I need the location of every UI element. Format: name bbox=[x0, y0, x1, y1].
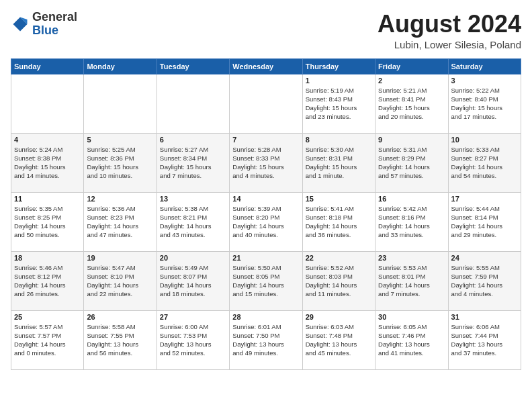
calendar-cell: 10Sunrise: 5:33 AM Sunset: 8:27 PM Dayli… bbox=[448, 133, 521, 192]
day-number: 17 bbox=[451, 195, 518, 203]
day-info: Sunrise: 5:22 AM Sunset: 8:40 PM Dayligh… bbox=[451, 86, 518, 122]
month-title: August 2024 bbox=[378, 11, 521, 38]
calendar-cell bbox=[11, 74, 84, 133]
calendar-cell: 26Sunrise: 5:58 AM Sunset: 7:55 PM Dayli… bbox=[84, 310, 157, 369]
day-info: Sunrise: 5:19 AM Sunset: 8:43 PM Dayligh… bbox=[306, 86, 372, 122]
logo-blue-text: Blue bbox=[32, 24, 58, 37]
day-number: 18 bbox=[14, 254, 81, 262]
day-number: 14 bbox=[232, 195, 299, 203]
calendar-cell: 15Sunrise: 5:41 AM Sunset: 8:18 PM Dayli… bbox=[302, 192, 375, 251]
weekday-header-wednesday: Wednesday bbox=[230, 58, 302, 74]
day-info: Sunrise: 5:33 AM Sunset: 8:27 PM Dayligh… bbox=[451, 145, 518, 181]
calendar-cell: 22Sunrise: 5:52 AM Sunset: 8:03 PM Dayli… bbox=[302, 251, 375, 310]
day-info: Sunrise: 5:44 AM Sunset: 8:14 PM Dayligh… bbox=[451, 204, 518, 240]
day-number: 16 bbox=[378, 195, 445, 203]
calendar-cell: 12Sunrise: 5:36 AM Sunset: 8:23 PM Dayli… bbox=[84, 192, 157, 251]
day-info: Sunrise: 5:38 AM Sunset: 8:21 PM Dayligh… bbox=[160, 204, 226, 240]
calendar-cell bbox=[84, 74, 157, 133]
day-number: 6 bbox=[160, 136, 226, 144]
logo-general-text: General bbox=[32, 10, 77, 24]
day-number: 22 bbox=[306, 254, 372, 262]
day-info: Sunrise: 5:57 AM Sunset: 7:57 PM Dayligh… bbox=[14, 322, 81, 358]
day-info: Sunrise: 5:47 AM Sunset: 8:10 PM Dayligh… bbox=[87, 263, 153, 299]
calendar-cell: 7Sunrise: 5:28 AM Sunset: 8:33 PM Daylig… bbox=[230, 133, 302, 192]
day-number: 2 bbox=[378, 77, 445, 85]
week-row-2: 4Sunrise: 5:24 AM Sunset: 8:38 PM Daylig… bbox=[11, 133, 521, 192]
day-info: Sunrise: 5:31 AM Sunset: 8:29 PM Dayligh… bbox=[378, 145, 445, 181]
calendar-cell: 3Sunrise: 5:22 AM Sunset: 8:40 PM Daylig… bbox=[448, 74, 521, 133]
day-info: Sunrise: 5:42 AM Sunset: 8:16 PM Dayligh… bbox=[378, 204, 445, 240]
day-info: Sunrise: 5:49 AM Sunset: 8:07 PM Dayligh… bbox=[160, 263, 226, 299]
day-number: 7 bbox=[232, 136, 299, 144]
day-number: 30 bbox=[378, 313, 445, 321]
calendar-cell: 29Sunrise: 6:03 AM Sunset: 7:48 PM Dayli… bbox=[302, 310, 375, 369]
location: Lubin, Lower Silesia, Poland bbox=[378, 39, 521, 50]
day-info: Sunrise: 5:53 AM Sunset: 8:01 PM Dayligh… bbox=[378, 263, 445, 299]
calendar-cell: 14Sunrise: 5:39 AM Sunset: 8:20 PM Dayli… bbox=[230, 192, 302, 251]
day-info: Sunrise: 5:36 AM Sunset: 8:23 PM Dayligh… bbox=[87, 204, 153, 240]
week-row-4: 18Sunrise: 5:46 AM Sunset: 8:12 PM Dayli… bbox=[11, 251, 521, 310]
calendar-cell: 28Sunrise: 6:01 AM Sunset: 7:50 PM Dayli… bbox=[230, 310, 302, 369]
calendar-cell: 9Sunrise: 5:31 AM Sunset: 8:29 PM Daylig… bbox=[375, 133, 448, 192]
day-number: 1 bbox=[306, 77, 372, 85]
day-info: Sunrise: 5:39 AM Sunset: 8:20 PM Dayligh… bbox=[232, 204, 299, 240]
day-number: 10 bbox=[451, 136, 518, 144]
day-info: Sunrise: 6:03 AM Sunset: 7:48 PM Dayligh… bbox=[306, 322, 372, 358]
day-number: 11 bbox=[14, 195, 81, 203]
weekday-header-monday: Monday bbox=[84, 58, 157, 74]
day-info: Sunrise: 5:52 AM Sunset: 8:03 PM Dayligh… bbox=[306, 263, 372, 299]
day-number: 28 bbox=[232, 313, 299, 321]
day-number: 5 bbox=[87, 136, 153, 144]
calendar-cell: 18Sunrise: 5:46 AM Sunset: 8:12 PM Dayli… bbox=[11, 251, 84, 310]
day-info: Sunrise: 5:30 AM Sunset: 8:31 PM Dayligh… bbox=[306, 145, 372, 181]
calendar-cell: 11Sunrise: 5:35 AM Sunset: 8:25 PM Dayli… bbox=[11, 192, 84, 251]
calendar-cell: 24Sunrise: 5:55 AM Sunset: 7:59 PM Dayli… bbox=[448, 251, 521, 310]
week-row-5: 25Sunrise: 5:57 AM Sunset: 7:57 PM Dayli… bbox=[11, 310, 521, 369]
day-info: Sunrise: 5:27 AM Sunset: 8:34 PM Dayligh… bbox=[160, 145, 226, 181]
calendar-cell: 23Sunrise: 5:53 AM Sunset: 8:01 PM Dayli… bbox=[375, 251, 448, 310]
day-number: 8 bbox=[306, 136, 372, 144]
day-number: 25 bbox=[14, 313, 81, 321]
page-header: General Blue August 2024 Lubin, Lower Si… bbox=[11, 11, 521, 50]
day-info: Sunrise: 5:25 AM Sunset: 8:36 PM Dayligh… bbox=[87, 145, 153, 181]
calendar-cell bbox=[230, 74, 302, 133]
day-info: Sunrise: 6:01 AM Sunset: 7:50 PM Dayligh… bbox=[232, 322, 299, 358]
day-number: 13 bbox=[160, 195, 226, 203]
day-info: Sunrise: 5:21 AM Sunset: 8:41 PM Dayligh… bbox=[378, 86, 445, 122]
day-number: 12 bbox=[87, 195, 153, 203]
day-number: 29 bbox=[306, 313, 372, 321]
day-info: Sunrise: 5:55 AM Sunset: 7:59 PM Dayligh… bbox=[451, 263, 518, 299]
logo-icon bbox=[11, 15, 30, 34]
weekday-header-saturday: Saturday bbox=[448, 58, 521, 74]
calendar-cell: 19Sunrise: 5:47 AM Sunset: 8:10 PM Dayli… bbox=[84, 251, 157, 310]
calendar-cell: 16Sunrise: 5:42 AM Sunset: 8:16 PM Dayli… bbox=[375, 192, 448, 251]
calendar-cell: 2Sunrise: 5:21 AM Sunset: 8:41 PM Daylig… bbox=[375, 74, 448, 133]
day-info: Sunrise: 6:05 AM Sunset: 7:46 PM Dayligh… bbox=[378, 322, 445, 358]
day-number: 23 bbox=[378, 254, 445, 262]
weekday-header-friday: Friday bbox=[375, 58, 448, 74]
calendar-cell bbox=[157, 74, 229, 133]
calendar-cell: 30Sunrise: 6:05 AM Sunset: 7:46 PM Dayli… bbox=[375, 310, 448, 369]
day-number: 27 bbox=[160, 313, 226, 321]
day-number: 21 bbox=[232, 254, 299, 262]
calendar-cell: 5Sunrise: 5:25 AM Sunset: 8:36 PM Daylig… bbox=[84, 133, 157, 192]
week-row-3: 11Sunrise: 5:35 AM Sunset: 8:25 PM Dayli… bbox=[11, 192, 521, 251]
calendar-cell: 20Sunrise: 5:49 AM Sunset: 8:07 PM Dayli… bbox=[157, 251, 229, 310]
calendar-cell: 27Sunrise: 6:00 AM Sunset: 7:53 PM Dayli… bbox=[157, 310, 229, 369]
day-number: 19 bbox=[87, 254, 153, 262]
day-info: Sunrise: 5:41 AM Sunset: 8:18 PM Dayligh… bbox=[306, 204, 372, 240]
day-number: 9 bbox=[378, 136, 445, 144]
logo: General Blue bbox=[11, 11, 77, 38]
title-block: August 2024 Lubin, Lower Silesia, Poland bbox=[378, 11, 521, 50]
calendar-cell: 4Sunrise: 5:24 AM Sunset: 8:38 PM Daylig… bbox=[11, 133, 84, 192]
day-number: 15 bbox=[306, 195, 372, 203]
week-row-1: 1Sunrise: 5:19 AM Sunset: 8:43 PM Daylig… bbox=[11, 74, 521, 133]
calendar-cell: 6Sunrise: 5:27 AM Sunset: 8:34 PM Daylig… bbox=[157, 133, 229, 192]
day-number: 26 bbox=[87, 313, 153, 321]
day-info: Sunrise: 5:28 AM Sunset: 8:33 PM Dayligh… bbox=[232, 145, 299, 181]
calendar-cell: 21Sunrise: 5:50 AM Sunset: 8:05 PM Dayli… bbox=[230, 251, 302, 310]
calendar-cell: 13Sunrise: 5:38 AM Sunset: 8:21 PM Dayli… bbox=[157, 192, 229, 251]
day-number: 4 bbox=[14, 136, 81, 144]
day-number: 20 bbox=[160, 254, 226, 262]
day-number: 31 bbox=[451, 313, 518, 321]
